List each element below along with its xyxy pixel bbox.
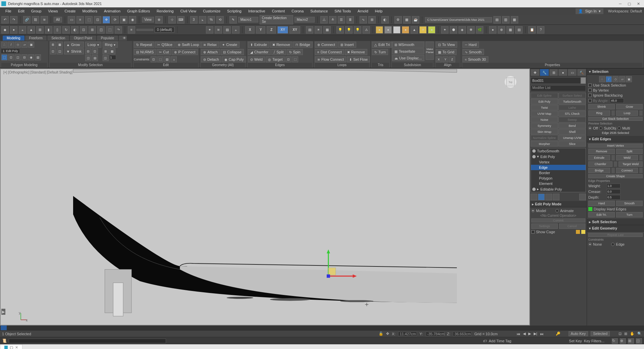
tb2-c5[interactable]: 🌿 [476,26,483,34]
tb2-r5[interactable]: 💡 [345,26,353,34]
hard-edge-color[interactable] [588,207,592,211]
bind-button[interactable]: ≋ [41,16,48,23]
ring-3[interactable]: ◫ [103,55,109,61]
redo-button[interactable]: ↷ [10,16,17,23]
menu-customize[interactable]: Customize [200,8,224,14]
ribbon-more[interactable]: 👁 [119,36,127,41]
grow-button[interactable]: ▲Grow [64,42,84,48]
bridge-edge-button[interactable]: Bridge [588,168,610,173]
x-coord[interactable]: 11.427cm [398,332,417,336]
menu-civil-view[interactable]: Civil View [177,8,200,14]
poly-vertex[interactable]: ∴ [1,42,7,48]
axis-xy2[interactable]: XY [289,26,300,34]
viewport-expand-handle[interactable]: ▶ [1,309,5,315]
sign-in-button[interactable]: 👤 Sign In ▾ [576,8,603,14]
con-1[interactable]: ⊡ [151,56,157,62]
loop-button[interactable]: Loop ▾ [85,42,101,48]
close-button[interactable]: ✕ [637,2,640,6]
modifier-list-dropdown[interactable]: Modifier List [531,85,586,91]
animate-radio[interactable] [555,209,559,212]
modifier-preset-surface-select[interactable]: Surface Select [558,93,586,98]
sel-element[interactable]: ▣ [626,76,632,82]
connect-edge-button[interactable]: Connect [616,168,638,173]
y-coord[interactable]: -35.784cm [426,332,444,336]
con-4[interactable]: ⟁ [171,56,177,62]
pin-stack[interactable] [531,194,537,200]
loop-1[interactable]: ⊟ [85,48,91,54]
modifier-preset-normalize-spline[interactable]: Normalize Spline [531,135,558,141]
undo-button[interactable]: ↶ [1,16,9,23]
play-end[interactable]: ⏭ [540,332,544,336]
ribbon-tab-populate[interactable]: Populate [97,36,118,41]
tb2-r1[interactable]: ▤ [306,26,313,34]
menu-rendering[interactable]: Rendering [153,8,177,14]
modifier-preset-slice[interactable]: Slice [558,141,586,147]
qslice-button[interactable]: ✂QSlice [155,42,174,48]
tb2-13[interactable]: ⬚ [106,26,113,34]
keyfilters-button[interactable]: Key Filters... [584,339,604,343]
tb2-m4[interactable]: ● [402,26,409,34]
nav-8[interactable]: ◫ [636,338,642,344]
edge-extra2[interactable]: ⬚ [292,56,298,62]
play-start[interactable]: ⏮ [517,332,520,336]
nav-4[interactable]: 🔍 [637,332,642,336]
tb2-g1[interactable]: ● [489,26,496,34]
curve-editor-button[interactable]: ∿ [360,16,367,23]
nurms-button[interactable]: ⊟NURMS [134,49,156,55]
menu-edit[interactable]: Edit [15,8,28,14]
key-mode-selected[interactable]: Selected [591,331,610,336]
setkey-button[interactable]: Set Key [569,339,582,343]
depth-spinner[interactable]: 0.5 [606,195,621,200]
extrude-edge-button[interactable]: Extrude [588,155,610,160]
poly-mod2[interactable]: ⊡ [8,54,14,60]
use-stack-checkbox[interactable] [588,84,592,87]
modifier-preset-turbosmooth[interactable]: TurboSmooth [558,99,586,104]
transform-icon[interactable]: ✥ [386,332,389,336]
create-sel-set[interactable]: Create Selection Se [260,15,293,24]
makeplanar-ribbon[interactable]: Make Planar [426,42,434,60]
grow-sel-button[interactable]: Grow [616,104,643,109]
select-rotate-button[interactable]: ⟳ [111,16,119,23]
play-button[interactable]: ▶ [528,332,531,336]
detach-button[interactable]: ⊖Detach [201,56,221,62]
connect-settings[interactable] [639,168,643,173]
shrink-button[interactable]: ▼Shrink [64,48,84,54]
loop-3[interactable]: ◫ [85,55,91,61]
render-button[interactable]: ☕ [412,16,419,23]
stack-item-edge[interactable]: Edge [531,165,586,170]
angle-snap-button[interactable]: ⦛ [199,16,206,23]
bridge-settings[interactable] [611,168,615,173]
poly-polygon[interactable]: ▱ [21,42,28,48]
z-coord[interactable]: 36.663cm [453,332,472,336]
tb2-15[interactable]: ≡ [128,26,135,34]
menu-graph-editors[interactable]: Graph Editors [124,8,153,14]
axis-x[interactable]: X [245,26,255,34]
poly-mod6[interactable]: ▤ [35,54,41,60]
select-region-button[interactable]: ⬚ [85,16,93,23]
by-angle-checkbox[interactable] [588,99,592,102]
tb2-5[interactable]: ⊞ [36,26,44,34]
menu-substance[interactable]: Substance [307,8,331,14]
usedisplac-ribbon[interactable]: ⛰Use Displac... [392,55,424,61]
sel-edge[interactable]: / [606,76,612,82]
con-3[interactable]: ▤ [164,56,170,62]
modifier-stack[interactable]: TurboSmooth▾Edit PolyVertexEdgeBorderPol… [531,148,586,192]
default-set[interactable]: 0 (default) [155,27,174,33]
select-scale-button[interactable]: ▣ [120,16,127,23]
msmooth-ribbon[interactable]: ⊞MSmooth [392,42,424,48]
menu-views[interactable]: Views [45,8,61,14]
preview-subobj-radio[interactable] [599,127,602,130]
ring-2[interactable]: ▦ [109,48,115,54]
tb2-g3[interactable]: ▦ [506,26,514,34]
split-ribbon[interactable]: ⧸Split [271,49,286,55]
ms-2[interactable]: ▦ [57,42,63,48]
create-shape-button[interactable]: Create Shape [588,174,643,178]
tb2-m6[interactable]: ☀ [419,26,427,34]
manipulate-button[interactable]: ⊹ [168,16,176,23]
modifier-preset-lathe[interactable]: Lathe [558,105,586,110]
unlink-button[interactable]: ⛓ [32,16,39,23]
modifier-preset-noise[interactable]: Noise [531,117,558,122]
mirror-button[interactable]: ⧊ [320,16,328,23]
model-radio[interactable] [531,209,535,212]
tb-extra-2[interactable]: ▥ [502,16,509,23]
